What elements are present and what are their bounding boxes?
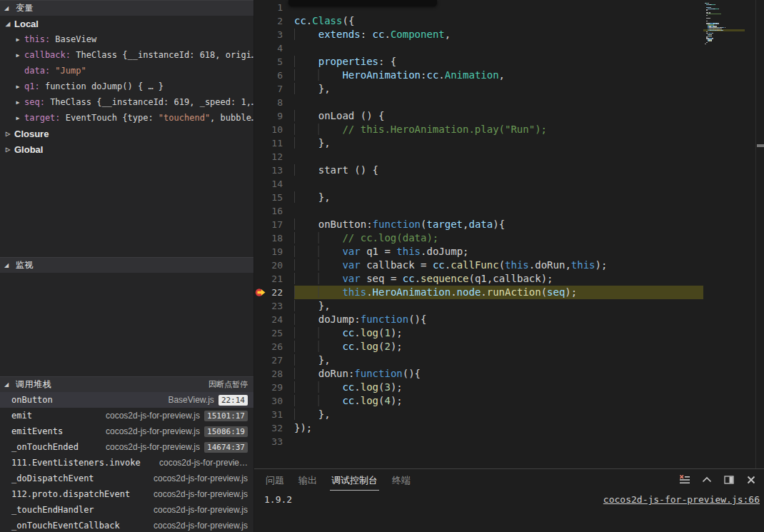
line-number[interactable]: 19 [254, 245, 294, 259]
line-number[interactable]: 17 [254, 218, 294, 231]
code-line-25[interactable]: 25 cc.log(1); [254, 326, 764, 340]
panel-tab-inactive[interactable]: 问题 [264, 471, 286, 491]
line-number[interactable]: 27 [254, 353, 294, 367]
callstack-frame--doDispatchEvent[interactable]: _doDispatchEventcocos2d-js-for-preview.j… [0, 471, 253, 486]
line-number[interactable]: 28 [254, 367, 294, 381]
line-number[interactable]: 22 [254, 286, 294, 299]
callstack-frame-emitEvents[interactable]: emitEventscocos2d-js-for-preview.js15086… [0, 423, 253, 439]
line-number[interactable]: 7 [254, 82, 294, 96]
code-line-3[interactable]: 3 extends: cc.Component, [254, 28, 764, 41]
line-number[interactable]: 10 [254, 123, 294, 136]
variable-row-target[interactable]: ▶target: EventTouch {type: "touchend", b… [0, 110, 253, 126]
line-number[interactable]: 29 [254, 381, 294, 394]
line-number[interactable]: 18 [254, 231, 294, 245]
code-line-4[interactable]: 4 [254, 41, 764, 55]
line-number[interactable]: 15 [254, 191, 294, 204]
line-number[interactable]: 14 [254, 177, 294, 191]
variables-section-header[interactable]: ◢ 变量 [0, 0, 253, 16]
code-line-31[interactable]: 31 }, [254, 408, 764, 421]
variable-row-this[interactable]: ▶this: BaseView [0, 31, 253, 47]
code-line-6[interactable]: 6 HeroAnimation:cc.Animation, [254, 69, 764, 82]
close-panel-icon[interactable] [745, 474, 757, 486]
code-line-2[interactable]: 2cc.Class({ [254, 14, 764, 28]
panel-tab-inactive[interactable]: 输出 [297, 471, 318, 491]
code-line-27[interactable]: 27 }, [254, 353, 764, 367]
code-line-10[interactable]: 10 // this.HeroAnimation.play("Run"); [254, 123, 764, 136]
code-line-28[interactable]: 28 doRun:function(){ [254, 367, 764, 381]
callstack-section-header[interactable]: ◢ 调用堆栈 因断点暂停 [0, 376, 253, 392]
line-number[interactable]: 24 [254, 313, 294, 326]
code-line-20[interactable]: 20 var callback = cc.callFunc(this.doRun… [254, 259, 764, 272]
scope-global[interactable]: ▷Global [0, 141, 253, 157]
line-number[interactable]: 8 [254, 96, 294, 109]
code-line-33[interactable]: 33 [254, 435, 764, 448]
code-line-30[interactable]: 30 cc.log(4); [254, 394, 764, 408]
code-line-21[interactable]: 21 var seq = cc.sequence(q1,callback); [254, 272, 764, 286]
code-line-23[interactable]: 23 }, [254, 299, 764, 313]
callstack-frame--onTouchEnded[interactable]: _onTouchEndedcocos2d-js-for-preview.js14… [0, 439, 253, 455]
callstack-frame-112-proto-dispatchEvent[interactable]: 112.proto.dispatchEventcocos2d-js-for-pr… [0, 486, 253, 502]
code-line-15[interactable]: 15 }, [254, 191, 764, 204]
callstack-frame-onButton[interactable]: onButtonBaseView.js22:14 [0, 392, 253, 408]
code-line-19[interactable]: 19 var q1 = this.doJump; [254, 245, 764, 259]
code-line-24[interactable]: 24 doJump:function(){ [254, 313, 764, 326]
code-line-11[interactable]: 11 }, [254, 136, 764, 150]
code-line-29[interactable]: 29 cc.log(3); [254, 381, 764, 394]
code-line-7[interactable]: 7 }, [254, 82, 764, 96]
code-line-14[interactable]: 14 [254, 177, 764, 191]
split-panel-icon[interactable] [723, 474, 735, 486]
line-number[interactable]: 20 [254, 259, 294, 272]
variable-row-q1[interactable]: ▶q1: function doJump() { … } [0, 79, 253, 94]
panel-tab-inactive[interactable]: 终端 [391, 471, 412, 491]
scope-closure[interactable]: ▷Closure [0, 126, 253, 141]
callstack-frame--onTouchEventCallback[interactable]: _onTouchEventCallbackcocos2d-js-for-prev… [0, 518, 253, 532]
line-number[interactable]: 21 [254, 272, 294, 286]
code-line-18[interactable]: 18 // cc.log(data); [254, 231, 764, 245]
line-number[interactable]: 30 [254, 394, 294, 408]
chevron-expanded-icon: ◢ [4, 262, 11, 268]
breakpoint-paused-icon[interactable] [255, 287, 266, 298]
code-line-12[interactable]: 12 [254, 150, 764, 164]
callstack-frame--touchEndHandler[interactable]: _touchEndHandlercocos2d-js-for-preview.j… [0, 502, 253, 518]
line-number[interactable]: 16 [254, 204, 294, 218]
line-number[interactable]: 32 [254, 421, 294, 435]
scope-local[interactable]: ◢Local [0, 16, 253, 31]
line-number[interactable]: 12 [254, 150, 294, 164]
code-line-17[interactable]: 17 onButton:function(target,data){ [254, 218, 764, 231]
line-number[interactable]: 5 [254, 55, 294, 69]
chevron-up-icon[interactable] [701, 474, 713, 486]
line-number[interactable]: 13 [254, 164, 294, 177]
code-line-16[interactable]: 16 [254, 204, 764, 218]
code-line-22[interactable]: 22 this.HeroAnimation.node.runAction(seq… [254, 286, 764, 299]
code-line-5[interactable]: 5 properties: { [254, 55, 764, 69]
variable-row-data[interactable]: data: "Jump" [0, 63, 253, 79]
watch-section-header[interactable]: ◢ 监视 [0, 257, 253, 273]
line-number[interactable]: 3 [254, 28, 294, 41]
line-number[interactable]: 11 [254, 136, 294, 150]
line-number[interactable]: 25 [254, 326, 294, 340]
callstack-frame-emit[interactable]: emitcocos2d-js-for-preview.js15101:17 [0, 408, 253, 423]
code-line-9[interactable]: 9 onLoad () { [254, 109, 764, 123]
line-number[interactable]: 4 [254, 41, 294, 55]
code-editor[interactable]: 12cc.Class({3 extends: cc.Component,45 p… [254, 0, 764, 468]
debug-toolbar[interactable] [288, 0, 437, 6]
line-number[interactable]: 2 [254, 14, 294, 28]
console-source-link[interactable]: cocos2d-js-for-preview.js:66 [603, 494, 760, 505]
line-number[interactable]: 6 [254, 69, 294, 82]
code-line-26[interactable]: 26 cc.log(2); [254, 340, 764, 353]
code-line-8[interactable]: 8 [254, 96, 764, 109]
code-line-32[interactable]: 32}); [254, 421, 764, 435]
line-number[interactable]: 33 [254, 435, 294, 448]
line-number[interactable]: 31 [254, 408, 294, 421]
panel-tab-active[interactable]: 调试控制台 [330, 471, 379, 491]
variable-row-seq[interactable]: ▶seq: TheClass {__instanceId: 619, _spee… [0, 94, 253, 110]
line-number[interactable]: 26 [254, 340, 294, 353]
callstack-frame-111-EventListeners-invoke[interactable]: 111.EventListeners.invokecocos2d-js-for-… [0, 455, 253, 471]
code-line-13[interactable]: 13 start () { [254, 164, 764, 177]
line-number[interactable]: 9 [254, 109, 294, 123]
variable-row-callback[interactable]: ▶callback: TheClass {__instanceId: 618, … [0, 47, 253, 63]
minimap[interactable] [703, 0, 755, 468]
clear-console-icon[interactable] [679, 474, 690, 486]
line-number[interactable]: 23 [254, 299, 294, 313]
editor-scrollbar[interactable] [755, 0, 764, 468]
